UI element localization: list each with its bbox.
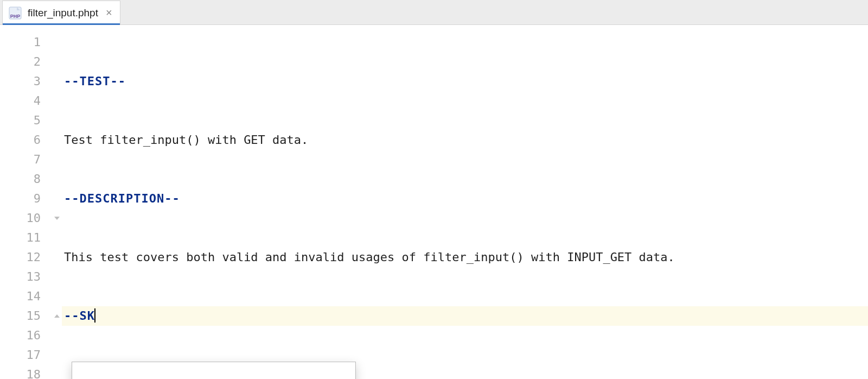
line-number: 13: [0, 267, 41, 287]
fold-close-icon[interactable]: [53, 306, 61, 326]
code-line: Test filter_input() with GET data.: [62, 130, 868, 150]
line-number: 5: [0, 111, 41, 130]
file-tab[interactable]: PHP filter_input.phpt ×: [2, 1, 120, 24]
code-line-current: --SK: [62, 306, 868, 326]
line-number: 14: [0, 287, 41, 306]
close-tab-icon[interactable]: ×: [106, 7, 112, 19]
line-number: 2: [0, 52, 41, 72]
line-number: 6: [0, 130, 41, 150]
line-number: 16: [0, 326, 41, 345]
code-area[interactable]: --TEST-- Test filter_input() with GET da…: [61, 25, 868, 379]
code-editor[interactable]: 1 2 3 4 5 6 7 8 9 10 11 12 13 14 15 16 1…: [0, 25, 868, 379]
line-number: 1: [0, 33, 41, 52]
line-number: 11: [0, 228, 41, 248]
section-header-test: --TEST--: [64, 74, 126, 88]
line-number: 17: [0, 345, 41, 365]
fold-open-icon[interactable]: [53, 209, 61, 228]
code-completion-popup[interactable]: --SKIPIF-- Press ↵ to insert, ⇥ to repla…: [72, 362, 356, 379]
code-line: --TEST--: [62, 72, 868, 91]
editor-tab-bar: PHP filter_input.phpt ×: [0, 0, 868, 25]
line-number: 3: [0, 72, 41, 91]
fold-column: [53, 25, 61, 379]
line-number-gutter: 1 2 3 4 5 6 7 8 9 10 11 12 13 14 15 16 1…: [0, 25, 53, 379]
line-number: 15: [0, 306, 41, 326]
line-number: 9: [0, 189, 41, 209]
code-line: This test covers both valid and invalid …: [62, 248, 868, 267]
line-number: 12: [0, 248, 41, 267]
line-number: 18: [0, 365, 41, 379]
section-header-description: --DESCRIPTION--: [64, 192, 180, 205]
code-line: <?php if (!extension_loaded('filter')) d…: [62, 365, 868, 379]
php-file-icon: PHP: [8, 6, 22, 20]
line-number: 10: [0, 209, 41, 228]
file-tab-label: filter_input.phpt: [28, 7, 98, 19]
line-number: 4: [0, 91, 41, 111]
line-number: 7: [0, 150, 41, 169]
svg-text:PHP: PHP: [10, 14, 21, 19]
line-number: 8: [0, 169, 41, 189]
code-line: --DESCRIPTION--: [62, 189, 868, 209]
text-caret: [94, 308, 95, 323]
